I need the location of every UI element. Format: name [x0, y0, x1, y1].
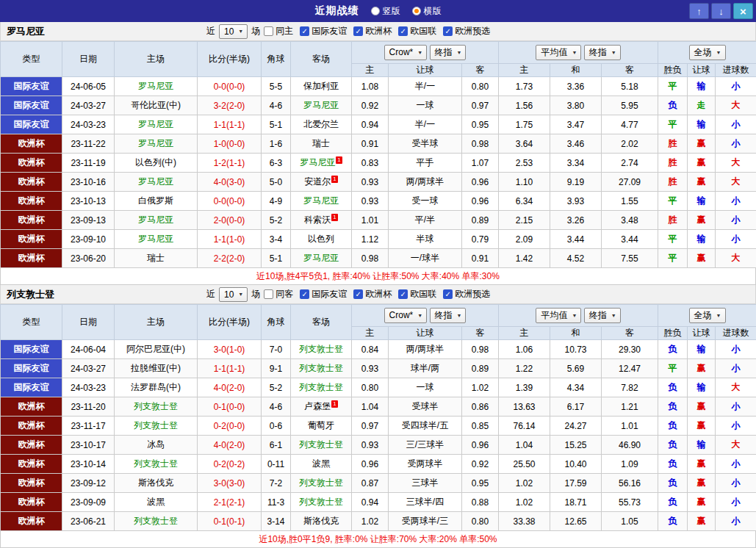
- euro-draw-odds: 3.47: [550, 115, 602, 134]
- league-checkbox[interactable]: ✓欧洲杯: [353, 25, 392, 37]
- result-handicap: 输: [688, 230, 716, 249]
- away-team: 罗马尼亚1: [291, 154, 352, 173]
- match-type-badge: 欧洲杯: [1, 154, 62, 173]
- asia-away-odds: 0.79: [462, 230, 499, 249]
- euro-time-select[interactable]: 终指 ▼: [584, 45, 621, 60]
- euro-company-select[interactable]: 平均值 ▼: [536, 45, 581, 60]
- team-text: 罗马尼亚: [303, 100, 339, 110]
- away-team: 列支敦士登: [291, 474, 352, 493]
- match-row: 欧洲杯23-09-10罗马尼亚1-1(1-0)3-4以色列1.12半球0.792…: [1, 230, 756, 249]
- layout-radio-horizontal[interactable]: 横版: [412, 5, 442, 18]
- result-wdl: 平: [658, 192, 688, 211]
- euro-draw-odds: 3.34: [550, 154, 602, 173]
- asia-company-select[interactable]: Crow* ▼: [384, 45, 428, 60]
- asia-time-select[interactable]: 终指 ▼: [430, 308, 467, 323]
- match-date: 23-09-10: [62, 230, 115, 249]
- home-team: 罗马尼亚: [115, 211, 198, 230]
- match-score: 2-0(0-0): [198, 211, 262, 230]
- euro-draw-odds: 4.34: [550, 378, 602, 397]
- asia-home-odds: 0.96: [352, 455, 389, 474]
- results-table: 类型 日期 主场 比分(半场) 角球 客场 Crow* ▼ 终指 ▼: [0, 304, 756, 531]
- col-header-score: 比分(半场): [198, 42, 262, 77]
- result-goals: 小: [716, 474, 756, 493]
- result-goals: 大: [716, 436, 756, 455]
- checkbox-checked-icon: ✓: [443, 26, 453, 36]
- team-text: 罗马尼亚: [138, 176, 173, 187]
- same-venue-checkbox[interactable]: 同客: [264, 288, 293, 300]
- euro-away-odds: 4.77: [602, 115, 658, 134]
- asia-home-odds: 1.08: [352, 77, 389, 96]
- league-checkbox[interactable]: ✓欧洲预选: [443, 288, 490, 300]
- euro-away-odds: 5.18: [602, 77, 658, 96]
- close-button[interactable]: ×: [733, 3, 753, 19]
- team-text: 哥伦比亚(中): [131, 100, 181, 110]
- home-team: 哥伦比亚(中): [115, 96, 198, 115]
- team-text: 罗马尼亚: [138, 81, 173, 91]
- euro-home-odds: 1.39: [499, 378, 550, 397]
- league-label: 欧洲杯: [365, 25, 392, 37]
- asia-away-odds: 1.07: [462, 154, 499, 173]
- league-checkbox[interactable]: ✓欧国联: [398, 288, 436, 300]
- euro-company-select[interactable]: 平均值 ▼: [536, 308, 581, 323]
- league-label: 国际友谊: [312, 25, 347, 37]
- asia-away-odds: 0.80: [462, 77, 499, 96]
- same-venue-label: 同客: [276, 288, 293, 300]
- asia-away-odds: 0.92: [462, 455, 499, 474]
- chevron-down-icon: ▼: [611, 313, 616, 318]
- asia-handicap: 两/两球半: [389, 173, 462, 192]
- col-header-euro-draw: 和: [550, 64, 602, 77]
- match-date: 24-03-27: [62, 359, 115, 378]
- league-checkbox[interactable]: ✓国际友谊: [300, 288, 347, 300]
- match-score: 1-2(1-1): [198, 154, 262, 173]
- result-handicap: 赢: [688, 173, 716, 192]
- team-text: 卢森堡: [304, 401, 331, 411]
- result-handicap: 赢: [688, 211, 716, 230]
- asia-handicap: 半球: [389, 230, 462, 249]
- corner-score: 6-1: [262, 436, 291, 455]
- result-header: 全场 ▼: [658, 305, 756, 327]
- same-venue-checkbox[interactable]: 同主: [264, 25, 293, 37]
- result-goals: 小: [716, 340, 756, 359]
- asia-time-select[interactable]: 终指 ▼: [430, 45, 467, 60]
- euro-home-odds: 1.10: [499, 173, 550, 192]
- league-checkbox[interactable]: ✓欧洲杯: [353, 288, 392, 300]
- match-score: 3-0(1-0): [198, 340, 262, 359]
- move-up-button[interactable]: ↑: [689, 3, 709, 19]
- corner-score: 7-2: [262, 474, 291, 493]
- team-text: 罗马尼亚: [138, 234, 173, 244]
- match-date: 23-06-20: [62, 249, 115, 268]
- home-team: 罗马尼亚: [115, 134, 198, 154]
- result-goals: 小: [716, 192, 756, 211]
- result-handicap: 输: [688, 192, 716, 211]
- result-goals: 小: [716, 115, 756, 134]
- league-checkbox[interactable]: ✓欧洲预选: [443, 25, 490, 37]
- asia-company-select[interactable]: Crow* ▼: [384, 308, 428, 323]
- layout-radio-vertical[interactable]: 竖版: [371, 5, 400, 18]
- result-goals: 小: [716, 359, 756, 378]
- match-count-select[interactable]: 10 ▼: [219, 24, 248, 39]
- league-checkbox[interactable]: ✓欧国联: [398, 25, 436, 37]
- match-count-select[interactable]: 10 ▼: [219, 287, 248, 302]
- team-text: 白俄罗斯: [138, 195, 173, 206]
- league-checkbox[interactable]: ✓国际友谊: [300, 25, 347, 37]
- match-date: 23-11-19: [62, 154, 115, 173]
- team-text: 保加利亚: [303, 81, 339, 91]
- away-team: 列支敦士登: [291, 436, 352, 455]
- result-wdl: 平: [658, 230, 688, 249]
- euro-home-odds: 33.38: [499, 512, 550, 531]
- move-down-button[interactable]: ↓: [711, 3, 731, 19]
- league-checkbox-group: ✓国际友谊✓欧洲杯✓欧国联✓欧洲预选: [300, 288, 493, 300]
- match-date: 24-06-05: [62, 77, 115, 96]
- euro-home-odds: 6.34: [499, 192, 550, 211]
- result-goals: 小: [716, 134, 756, 154]
- away-team: 罗马尼亚: [291, 192, 352, 211]
- asia-away-odds: 0.89: [462, 359, 499, 378]
- scope-select[interactable]: 全场 ▼: [689, 45, 726, 60]
- result-handicap: 赢: [688, 455, 716, 474]
- scope-select[interactable]: 全场 ▼: [689, 308, 726, 323]
- titlebar-buttons: ↑ ↓ ×: [689, 3, 753, 19]
- corner-score: 1-6: [262, 134, 291, 154]
- home-team: 法罗群岛(中): [115, 378, 198, 397]
- asia-home-odds: 0.94: [352, 493, 389, 512]
- euro-time-select[interactable]: 终指 ▼: [584, 308, 621, 323]
